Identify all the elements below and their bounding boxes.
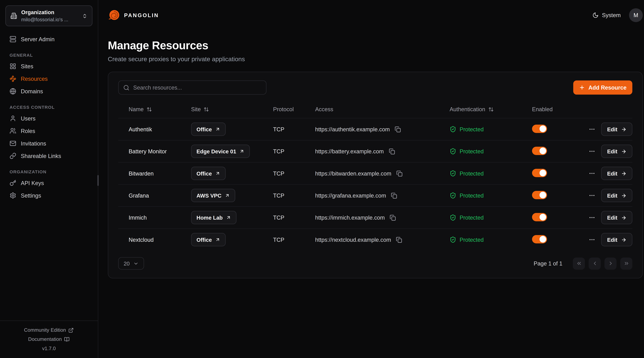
sidebar-item-invitations[interactable]: Invitations	[6, 137, 92, 150]
row-menu-button[interactable]	[588, 235, 596, 244]
theme-toggle[interactable]: System	[592, 12, 621, 18]
column-header-protocol: Protocol	[273, 106, 315, 112]
enabled-toggle[interactable]	[532, 213, 547, 221]
copy-icon[interactable]	[394, 125, 402, 133]
sidebar: Organization milo@fossorial.io's ... Ser…	[0, 0, 98, 358]
sidebar-item-label: Invitations	[21, 140, 46, 147]
next-page-button[interactable]	[604, 257, 616, 269]
card-toolbar: Add Resource	[118, 80, 632, 95]
auth-status: Protected	[460, 192, 484, 199]
sidebar-item-roles[interactable]: Roles	[6, 125, 92, 137]
brand[interactable]: PANGOLIN	[108, 9, 159, 21]
table-row: Immich Home Lab TCP https://immich.examp…	[118, 206, 632, 228]
site-link-button[interactable]: Office	[191, 233, 226, 246]
enabled-toggle[interactable]	[532, 235, 547, 243]
table-footer: 20 Page 1 of 1	[118, 257, 632, 270]
sidebar-item-shareable-links[interactable]: Shareable Links	[6, 150, 92, 162]
site-link-button[interactable]: Edge Device 01	[191, 145, 250, 158]
site-link-button[interactable]: AWS VPC	[191, 189, 235, 202]
page-size-value: 20	[124, 260, 130, 267]
edit-button[interactable]: Edit	[601, 167, 632, 180]
chevrons-up-down-icon	[82, 13, 88, 19]
row-menu-button[interactable]	[588, 147, 596, 156]
shield-check-icon	[450, 170, 456, 177]
sort-icon	[204, 106, 209, 112]
toggle-knob	[540, 214, 546, 220]
table-row: Nextcloud Office TCP https://nextcloud.e…	[118, 228, 632, 250]
site-link-button[interactable]: Home Lab	[191, 211, 236, 224]
edit-button[interactable]: Edit	[601, 145, 632, 158]
user-icon	[10, 115, 16, 122]
enabled-toggle[interactable]	[532, 147, 547, 155]
sidebar-item-resources[interactable]: Resources	[6, 73, 92, 85]
waypoints-icon	[10, 75, 16, 82]
section-label-access-control: ACCESS CONTROL	[6, 105, 92, 110]
sidebar-item-label: Domains	[21, 88, 43, 95]
edit-label: Edit	[607, 214, 617, 221]
table-row: Battery Monitor Edge Device 01 TCP https…	[118, 140, 632, 162]
edit-button[interactable]: Edit	[601, 189, 632, 202]
enabled-toggle[interactable]	[532, 191, 547, 199]
community-edition-link[interactable]: Community Edition	[0, 325, 98, 335]
resource-name: Nextcloud	[129, 236, 191, 243]
copy-icon[interactable]	[395, 236, 403, 244]
arrow-up-right-icon	[240, 149, 244, 154]
first-page-button[interactable]	[573, 257, 585, 269]
ellipsis-icon	[589, 214, 596, 221]
protocol-value: TCP	[273, 236, 315, 243]
edit-button[interactable]: Edit	[601, 123, 632, 136]
auth-status: Protected	[460, 236, 484, 243]
site-link-button[interactable]: Office	[191, 123, 226, 136]
edit-button[interactable]: Edit	[601, 233, 632, 246]
topbar-right: System M	[592, 8, 643, 22]
sidebar-item-sites[interactable]: Sites	[6, 60, 92, 73]
sidebar-item-server-admin[interactable]: Server Admin	[6, 33, 92, 45]
site-link-button[interactable]: Office	[191, 167, 226, 180]
column-header-authentication[interactable]: Authentication	[450, 106, 532, 112]
column-header-access: Access	[315, 106, 450, 112]
arrow-right-icon	[621, 171, 626, 176]
enabled-toggle[interactable]	[532, 124, 547, 133]
resource-name: Immich	[129, 214, 191, 221]
row-menu-button[interactable]	[588, 191, 596, 200]
sidebar-footer: Community Edition Documentation v1.7.0	[0, 320, 98, 358]
toggle-knob	[540, 169, 546, 176]
copy-icon[interactable]	[390, 191, 398, 199]
copy-icon[interactable]	[388, 147, 396, 155]
avatar[interactable]: M	[629, 8, 643, 22]
documentation-link[interactable]: Documentation	[0, 335, 98, 344]
column-header-site[interactable]: Site	[191, 106, 273, 112]
enabled-toggle[interactable]	[532, 169, 547, 177]
gear-icon	[10, 192, 16, 199]
sidebar-item-label: Server Admin	[21, 36, 54, 42]
protocol-value: TCP	[273, 170, 315, 177]
sidebar-resize-handle[interactable]	[97, 175, 99, 186]
edit-button[interactable]: Edit	[601, 211, 632, 224]
copy-icon[interactable]	[389, 214, 397, 221]
row-menu-button[interactable]	[588, 169, 596, 178]
sidebar-item-api-keys[interactable]: API Keys	[6, 177, 92, 189]
arrow-right-icon	[621, 149, 626, 154]
sidebar-item-label: Sites	[21, 63, 33, 70]
table-row: Authentik Office TCP https://authentik.e…	[118, 118, 632, 140]
page-subtitle: Create secure proxies to your private ap…	[108, 56, 643, 63]
add-resource-button[interactable]: Add Resource	[574, 80, 632, 95]
sidebar-item-users[interactable]: Users	[6, 112, 92, 125]
shield-check-icon	[450, 148, 456, 155]
page-size-select[interactable]: 20	[118, 257, 144, 270]
access-url: https://battery.example.com	[315, 148, 384, 155]
sidebar-item-domains[interactable]: Domains	[6, 85, 92, 98]
sidebar-item-settings[interactable]: Settings	[6, 189, 92, 202]
search-input[interactable]	[133, 84, 261, 91]
org-selector[interactable]: Organization milo@fossorial.io's ...	[6, 6, 92, 26]
last-page-button[interactable]	[620, 257, 632, 269]
copy-icon[interactable]	[396, 169, 404, 177]
edit-label: Edit	[607, 148, 617, 155]
row-menu-button[interactable]	[588, 213, 596, 222]
prev-page-button[interactable]	[588, 257, 601, 269]
arrow-right-icon	[621, 193, 626, 198]
row-menu-button[interactable]	[588, 125, 596, 133]
column-header-enabled: Enabled	[532, 106, 579, 112]
chevron-down-icon	[134, 261, 139, 266]
column-header-name[interactable]: Name	[129, 106, 191, 112]
